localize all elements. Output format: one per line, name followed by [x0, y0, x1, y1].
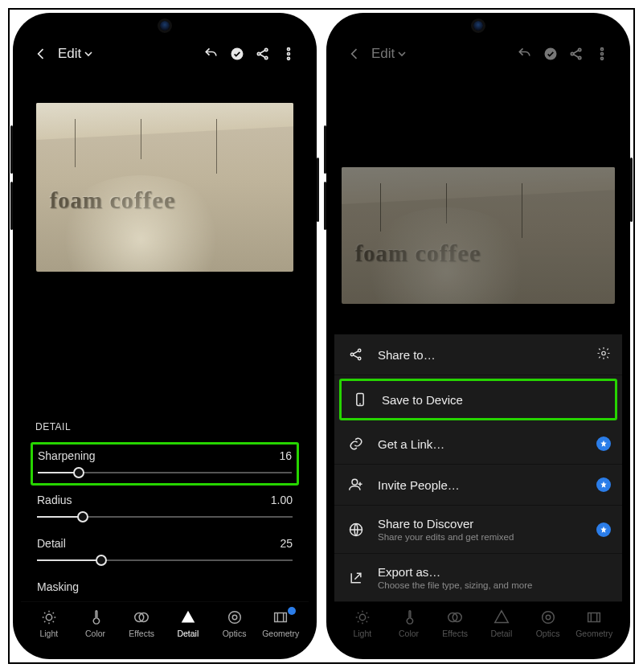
- preview-area: foam coffee: [21, 71, 309, 272]
- tab-light[interactable]: Light: [27, 608, 71, 638]
- edit-tabs: Light Color Effects Detail Optics: [334, 601, 622, 651]
- chevron-down-icon: [398, 50, 406, 58]
- globe-icon: [347, 521, 365, 539]
- tab-effects: Effects: [433, 608, 477, 638]
- svg-point-30: [542, 612, 554, 624]
- svg-point-15: [579, 48, 581, 51]
- svg-point-0: [231, 48, 244, 60]
- share-icon[interactable]: [567, 45, 585, 63]
- tab-optics-label: Optics: [223, 629, 247, 638]
- share-icon[interactable]: [254, 45, 272, 63]
- share-discover-label: Share to Discover: [378, 517, 473, 531]
- effects-icon: [446, 608, 464, 626]
- export-as-row[interactable]: Export as… Choose the file type, sizing,…: [334, 554, 622, 601]
- detail-icon: [179, 608, 197, 626]
- share-discover-sub: Share your edits and get remixed: [378, 532, 514, 542]
- svg-point-19: [601, 57, 604, 59]
- image-text: foam coffee: [355, 240, 481, 268]
- tab-detail-label: Detail: [490, 629, 512, 638]
- chevron-down-icon: [84, 50, 92, 58]
- svg-point-31: [546, 615, 551, 620]
- save-to-device-row[interactable]: Save to Device: [339, 379, 617, 420]
- svg-point-13: [545, 48, 557, 60]
- mode-label: Edit: [371, 46, 395, 62]
- svg-point-23: [602, 351, 606, 355]
- tab-geometry-label: Geometry: [262, 629, 299, 638]
- back-icon[interactable]: [32, 45, 50, 63]
- masking-slider[interactable]: Masking: [35, 577, 294, 601]
- svg-rect-32: [588, 613, 600, 622]
- sharpening-slider[interactable]: Sharpening 16: [31, 442, 299, 486]
- premium-star-icon: [596, 477, 611, 492]
- svg-point-11: [232, 615, 237, 620]
- detail-label: Detail: [37, 537, 66, 550]
- panel-heading: DETAIL: [35, 421, 294, 432]
- optics-icon: [226, 608, 244, 626]
- gear-icon[interactable]: [596, 346, 611, 363]
- preview-image: foam coffee: [342, 167, 615, 304]
- svg-point-18: [601, 53, 604, 55]
- svg-point-1: [257, 52, 260, 55]
- thermometer-icon: [87, 608, 104, 626]
- svg-point-3: [265, 56, 268, 59]
- radius-slider[interactable]: Radius 1.00: [35, 490, 294, 526]
- tab-geometry[interactable]: Geometry: [259, 608, 302, 638]
- tab-geometry: Geometry: [572, 608, 616, 638]
- undo-icon[interactable]: [516, 45, 534, 63]
- tab-light-label: Light: [39, 629, 58, 638]
- svg-point-7: [46, 614, 51, 620]
- tab-color: Color: [387, 608, 431, 638]
- thermometer-icon: [400, 608, 418, 626]
- geometry-icon: [272, 608, 289, 626]
- tab-light-label: Light: [353, 629, 371, 638]
- back-icon[interactable]: [346, 45, 363, 63]
- confirm-icon[interactable]: [228, 45, 246, 63]
- svg-rect-12: [275, 613, 287, 622]
- tab-effects-label: Effects: [129, 629, 154, 638]
- link-icon: [347, 435, 365, 453]
- tab-geometry-label: Geometry: [575, 629, 612, 638]
- tab-detail-label: Detail: [177, 629, 199, 638]
- export-icon: [347, 569, 365, 587]
- undo-icon[interactable]: [203, 45, 220, 63]
- preview-image[interactable]: foam coffee: [36, 103, 293, 272]
- detail-icon: [493, 608, 510, 626]
- share-to-row[interactable]: Share to…: [334, 334, 622, 375]
- mode-dropdown[interactable]: Edit: [371, 46, 406, 62]
- share-icon: [347, 346, 365, 363]
- svg-point-6: [288, 57, 290, 59]
- invite-people-row[interactable]: Invite People…: [334, 465, 622, 506]
- detail-value: 25: [280, 537, 293, 550]
- preview-area: foam coffee: [334, 71, 622, 304]
- radius-value: 1.00: [271, 494, 293, 506]
- confirm-icon[interactable]: [542, 45, 559, 63]
- share-sheet: Share to… Save to Device Get a Link… Inv…: [334, 334, 622, 601]
- tab-color[interactable]: Color: [74, 608, 117, 638]
- premium-badge-icon: [288, 607, 296, 615]
- edit-tabs: Light Color Effects Detail Optics: [21, 601, 309, 651]
- invite-people-label: Invite People…: [378, 478, 460, 492]
- tab-effects[interactable]: Effects: [120, 608, 163, 638]
- get-link-row[interactable]: Get a Link…: [334, 424, 622, 465]
- svg-point-10: [228, 612, 240, 624]
- geometry-icon: [585, 608, 603, 626]
- mode-label: Edit: [58, 46, 81, 62]
- svg-point-22: [358, 357, 361, 359]
- share-discover-row[interactable]: Share to Discover Share your edits and g…: [334, 506, 622, 554]
- overflow-icon[interactable]: [593, 45, 611, 63]
- tab-optics-label: Optics: [536, 629, 560, 638]
- tab-detail: Detail: [480, 608, 523, 638]
- detail-slider[interactable]: Detail 25: [35, 534, 294, 569]
- phone-icon: [351, 391, 369, 408]
- tab-detail[interactable]: Detail: [166, 608, 210, 638]
- people-icon: [347, 476, 365, 494]
- export-as-label: Export as…: [378, 565, 440, 579]
- overflow-icon[interactable]: [280, 45, 297, 63]
- mode-dropdown[interactable]: Edit: [58, 46, 92, 62]
- sharpening-value: 16: [279, 449, 292, 462]
- save-to-device-label: Save to Device: [382, 393, 463, 407]
- premium-star-icon: [596, 436, 611, 451]
- tab-optics[interactable]: Optics: [213, 608, 256, 638]
- get-link-label: Get a Link…: [378, 437, 444, 451]
- tab-color-label: Color: [399, 629, 419, 638]
